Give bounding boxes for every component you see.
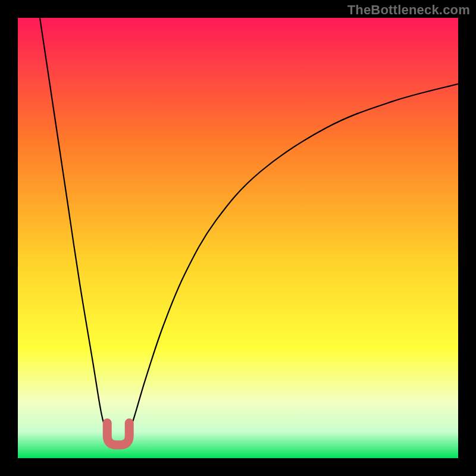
gradient-background: [18, 18, 458, 458]
chart-frame: TheBottleneck.com: [0, 0, 476, 476]
plot-area: [18, 18, 458, 458]
chart-svg: [18, 18, 458, 458]
watermark-text: TheBottleneck.com: [347, 2, 470, 18]
